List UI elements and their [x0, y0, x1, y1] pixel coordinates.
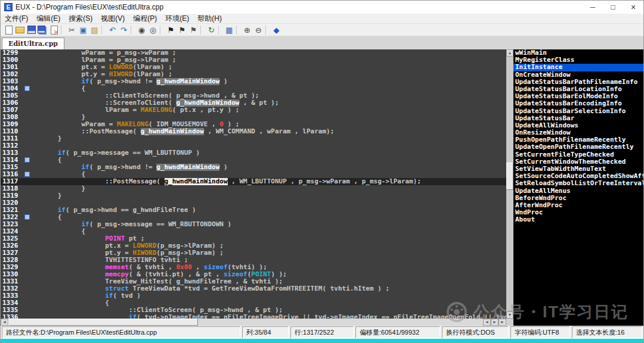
function-list-item[interactable]: BeforeWndProc — [513, 195, 643, 202]
code-line[interactable]: 1300 lParam = p_msg->lParam ; — [1, 57, 506, 64]
function-list-item[interactable]: PushOpenPathFilenameRecently — [513, 136, 643, 144]
function-list-item[interactable]: AfterWndProc — [513, 202, 643, 209]
vertical-scroll-thumb[interactable] — [506, 163, 513, 190]
code-line[interactable]: 1310 ::PostMessage( g_hwndMainWindow , W… — [1, 128, 506, 135]
code-line[interactable]: 1335 ::ClientToScreen( p_msg->hwnd , & p… — [1, 307, 506, 314]
code-line[interactable]: 1304 { — [1, 85, 506, 92]
options-icon[interactable]: ◆ — [271, 25, 281, 35]
function-list-item[interactable]: InitInstance — [513, 64, 643, 71]
code-line[interactable]: 1305 ::ClientToScreen( p_msg->hwnd , & p… — [1, 92, 506, 99]
bookmark-icon[interactable] — [24, 157, 30, 163]
find-in-files-icon[interactable]: ◎ — [148, 25, 158, 35]
function-list-item[interactable]: SetCurrentFileTypeChecked — [513, 151, 643, 158]
code-line[interactable]: 1306 ::ScreenToClient( g_hwndMainWindow … — [1, 99, 506, 107]
function-list-item[interactable]: OnCreateWindow — [513, 71, 643, 79]
code-line[interactable]: 1332 struct TreeViewData *tvd = GetTreeV… — [1, 285, 506, 292]
code-line[interactable]: 1322 { — [1, 214, 506, 221]
function-list-item[interactable]: UpdateOpenPathFilenameRecently — [513, 144, 643, 151]
zoom-out-icon[interactable]: ⊖ — [253, 25, 264, 35]
close-file-icon[interactable] — [49, 25, 59, 35]
menu-item-6[interactable]: 环境(E) — [161, 14, 193, 24]
code-line[interactable]: 1311 } — [1, 135, 506, 142]
code-line[interactable]: 1313 if( p_msg->message == WM_LBUTTONUP … — [1, 149, 506, 157]
code-line[interactable]: 1318 } — [1, 185, 506, 192]
function-list-item[interactable]: WndProc — [513, 209, 643, 216]
copy-icon[interactable]: ▣ — [78, 25, 88, 35]
scroll-right-icon[interactable]: ► — [499, 319, 506, 326]
pane-right-icon[interactable]: ► — [491, 319, 499, 326]
undo-icon[interactable]: ↶ — [107, 25, 117, 35]
code-line[interactable]: 1321 if( p_msg->hwnd == g_hwndFileTree ) — [1, 207, 506, 214]
code-line[interactable]: 1299 wParam = p_msg->wParam ; — [1, 49, 506, 57]
scroll-down-icon[interactable]: ▼ — [506, 311, 513, 319]
function-list-item[interactable]: UpdateStatusBarSelectionInfo — [513, 108, 643, 115]
find-icon[interactable]: ◉ — [137, 25, 147, 35]
function-list-item[interactable]: MyRegisterClass — [513, 57, 643, 64]
function-list-item[interactable]: SetSourceCodeAutoCompletedShowAfter — [513, 173, 643, 180]
function-list-item[interactable]: wWinMain — [513, 49, 643, 57]
next-bookmark-icon[interactable]: ⚑ — [177, 25, 187, 35]
code-line[interactable]: 1331 TreeView_HitTest( g_hwndFileTree , … — [1, 278, 506, 285]
menu-item-3[interactable]: 搜索(S) — [64, 14, 97, 24]
code-line[interactable]: 1328 TVHITTESTINFO tvhti ; — [1, 257, 506, 264]
scroll-up-icon[interactable]: ▲ — [506, 49, 513, 57]
function-list-item[interactable]: UpdateAllWindows — [513, 122, 643, 129]
menu-item-7[interactable]: 帮助(H) — [193, 14, 226, 24]
horizontal-scrollbar[interactable]: ◄ ◄ ► ► — [1, 319, 506, 326]
code-line[interactable]: 1308 } — [1, 114, 506, 121]
code-line[interactable]: 1307 lParam = MAKELONG( pt.x , pt.y ) ; — [1, 107, 506, 114]
code-line[interactable]: 1325 POINT pt ; — [1, 235, 506, 242]
code-line[interactable]: 1323 if( p_msg->message == WM_RBUTTONDOW… — [1, 221, 506, 228]
toggle-bookmark-icon[interactable]: ⚑ — [166, 25, 176, 35]
code-line[interactable]: 1324 { — [1, 228, 506, 235]
new-file-icon[interactable] — [4, 25, 14, 35]
code-line[interactable]: 1312 — [1, 142, 506, 149]
code-line[interactable]: 1301 pt.x = LOWORD(lParam) ; — [1, 64, 506, 71]
code-area[interactable]: 1299 wParam = p_msg->wParam ;1300 lParam… — [1, 49, 506, 319]
horizontal-scroll-thumb[interactable] — [8, 319, 198, 326]
vertical-scrollbar[interactable]: ▲ ▼ — [506, 49, 513, 319]
minimize-button[interactable]: ─ — [583, 1, 603, 14]
code-line[interactable]: 1302 pt.y = HIWORD(lParam) ; — [1, 71, 506, 78]
function-list-item[interactable]: SetViewTabWidthMenuText — [513, 166, 643, 173]
function-list-item[interactable]: UpdateAllMenus — [513, 188, 643, 195]
function-list-item[interactable]: UpdateStatusBarPathFilenameInfo — [513, 79, 643, 86]
tab-editultra-cpp[interactable]: EditUltra.cpp — [2, 38, 64, 49]
function-list-item[interactable]: UpdateStatusBarLocationInfo — [513, 86, 643, 93]
code-line[interactable]: 1317 ::PostMessage( g_hwndMainWindow , W… — [1, 178, 506, 185]
menu-item-4[interactable]: 视图(V) — [97, 14, 129, 24]
function-list-item[interactable]: UpdateStatusBarEolModeInfo — [513, 93, 643, 100]
function-list-item[interactable]: UpdateStatusBar — [513, 115, 643, 122]
code-line[interactable]: 1309 wParam = MAKELONG( IDM_MOUSEMOVE , … — [1, 121, 506, 128]
code-line[interactable]: 1329 memset( & tvhti , 0x00 , sizeof(tvh… — [1, 264, 506, 271]
scroll-left-icon[interactable]: ◄ — [1, 319, 8, 326]
function-list-item[interactable]: SetCurrentWindowThemeChecked — [513, 158, 643, 166]
menu-item-1[interactable]: 文件(F) — [1, 14, 32, 24]
prev-bookmark-icon[interactable]: ⚑ — [188, 25, 199, 35]
menu-item-5[interactable]: 编程(P) — [129, 14, 161, 24]
redo-icon[interactable]: ↷ — [119, 25, 129, 35]
hex-view-icon[interactable]: ▦ — [224, 25, 234, 35]
close-button[interactable]: × — [623, 1, 643, 14]
cut-icon[interactable]: ✂ — [67, 25, 77, 35]
function-list-item[interactable]: UpdateStatusBarEncodingInfo — [513, 100, 643, 107]
maximize-button[interactable]: □ — [603, 1, 623, 14]
code-line[interactable]: 1320 — [1, 199, 506, 207]
code-line[interactable]: 1319 } — [1, 192, 506, 199]
bookmark-icon[interactable] — [24, 172, 30, 177]
open-file-icon[interactable] — [15, 25, 25, 35]
code-line[interactable]: 1336 if( tvd->nImageIndex == nFileTreeIm… — [1, 314, 506, 319]
run-icon[interactable]: ↻ — [206, 25, 216, 35]
function-list-item[interactable]: OnResizeWindow — [513, 129, 643, 136]
code-line[interactable]: 1333 if( tvd ) — [1, 292, 506, 300]
code-editor[interactable]: 1299 wParam = p_msg->wParam ;1300 lParam… — [1, 49, 513, 326]
save-file-icon[interactable] — [26, 25, 36, 35]
bookmark-icon[interactable] — [24, 86, 30, 91]
code-line[interactable]: 1327 pt.y = HIWORD(p_msg->lParam) ; — [1, 250, 506, 257]
paste-icon[interactable]: ▤ — [89, 25, 100, 35]
code-line[interactable]: 1315 if( p_msg->hwnd != g_hwndMainWindow… — [1, 164, 506, 171]
code-line[interactable]: 1314 { — [1, 157, 506, 164]
function-list-item[interactable]: SetReloadSymbolListOrTreeIntervalMe — [513, 180, 643, 187]
code-line[interactable]: 1316 { — [1, 171, 506, 178]
pane-left-icon[interactable]: ◄ — [483, 319, 491, 326]
